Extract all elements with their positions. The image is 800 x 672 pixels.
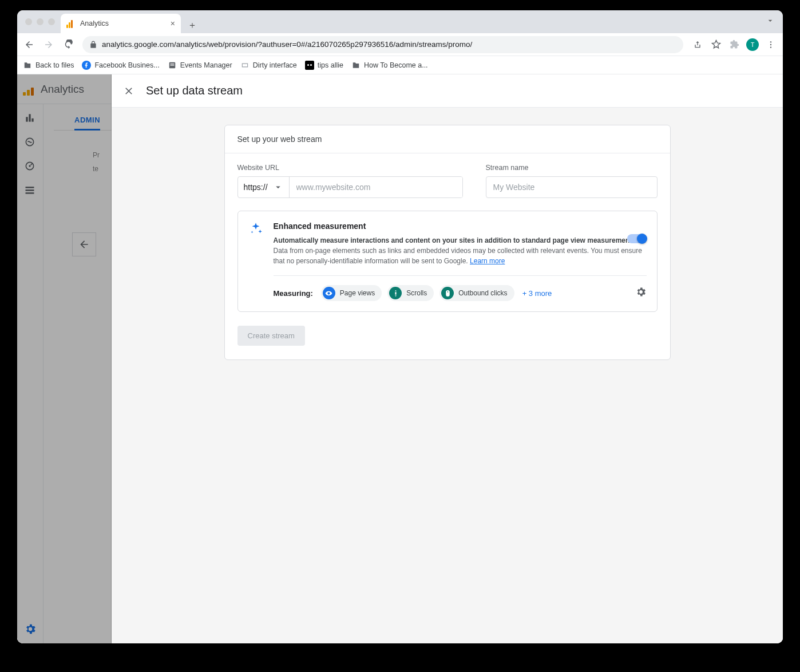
rail-admin-gear-icon[interactable] [24,623,37,635]
svg-point-11 [29,165,30,167]
chip-label: Scrolls [406,289,427,297]
bookmark-item[interactable]: Facebook Busines... [82,61,159,70]
bookmark-label: Events Manager [180,61,232,69]
bookmark-star[interactable] [707,36,724,53]
chip-outbound: Outbound clicks [439,285,514,301]
sparkle-icon [248,222,264,301]
zoom-window[interactable] [48,18,55,25]
svg-rect-4 [170,64,174,64]
rail-reports-icon[interactable] [24,112,37,125]
card-title: Set up your web stream [225,125,670,153]
bookmark-item[interactable]: Events Manager [168,61,232,70]
bookmark-label: Dirty interface [253,61,297,69]
bookmark-label: Back to files [35,61,74,69]
measurement-settings-gear-icon[interactable] [635,286,647,300]
enhanced-title: Enhanced measurement [274,222,647,231]
rail-realtime-icon[interactable] [24,136,37,149]
svg-rect-8 [31,118,33,122]
protocol-value: https:// [244,183,268,192]
enhanced-description: Automatically measure interactions and c… [274,235,647,266]
data-stream-dialog: Set up data stream Set up your web strea… [112,74,783,643]
analytics-logo [23,83,34,96]
url-text: analytics.google.com/analytics/web/provi… [102,40,472,49]
titlebar: Analytics × ＋ [17,10,783,33]
back-button[interactable] [21,36,38,53]
left-rail [17,104,43,643]
url-label: Website URL [237,164,463,172]
enhanced-toggle[interactable] [627,234,647,243]
more-measurements-link[interactable]: + 3 more [522,289,552,298]
analytics-favicon [66,19,76,28]
bookmarks-bar: Back to files Facebook Busines... Events… [17,56,783,74]
chip-label: Page views [340,289,375,297]
tab-title: Analytics [80,19,109,27]
back-square-button[interactable] [72,232,96,256]
browser-tab[interactable]: Analytics × [61,14,181,33]
stream-card: Set up your web stream Website URL https… [224,125,671,360]
website-url-field: Website URL https:// [237,164,463,198]
eye-icon [323,287,335,299]
measuring-label: Measuring: [274,289,313,298]
chip-label: Outbound clicks [458,289,507,297]
admin-tab[interactable]: ADMIN [74,111,100,131]
svg-rect-5 [170,65,174,65]
stream-name-label: Stream name [486,164,658,172]
forward-button[interactable] [40,36,57,53]
dialog-body: Set up your web stream Website URL https… [112,108,783,643]
svg-rect-12 [25,187,34,188]
svg-point-1 [770,44,771,45]
svg-rect-14 [25,192,34,194]
lock-icon [89,41,97,49]
mouse-icon [441,287,454,299]
address-bar[interactable]: analytics.google.com/analytics/web/provi… [82,36,683,53]
app-area: Analytics ADMIN Pr te Set up data stre [17,74,783,643]
svg-rect-7 [29,114,30,121]
chrome-menu[interactable] [762,36,779,53]
stream-name-input[interactable] [486,176,658,198]
bookmark-item[interactable]: Dirty interface [240,61,297,70]
reload-button[interactable] [60,36,77,53]
chip-page-views: Page views [321,285,382,301]
svg-rect-6 [26,117,27,121]
minimize-window[interactable] [37,18,43,25]
browser-window: Analytics × ＋ analytics.google.com/analy… [17,10,783,643]
enhanced-desc-bold: Automatically measure interactions and c… [274,236,634,244]
enhanced-desc-rest: Data from on-page elements such as links… [274,247,642,265]
toggle-knob [637,234,647,244]
protocol-dropdown[interactable]: https:// [238,177,290,197]
rail-explore-icon[interactable] [24,160,37,173]
bookmark-label: How To Become a... [364,61,428,69]
enhanced-measurement-box: Enhanced measurement Automatically measu… [237,211,658,312]
bookmark-label: tips allie [318,61,343,69]
close-window[interactable] [25,18,32,25]
bookmark-item[interactable]: Back to files [23,61,74,70]
create-stream-button[interactable]: Create stream [237,326,305,346]
chevron-down-icon [273,182,283,192]
learn-more-link[interactable]: Learn more [470,257,505,265]
app-name: Analytics [41,83,84,96]
tabstrip-menu[interactable] [766,16,778,27]
tab-close[interactable]: × [171,19,175,28]
url-input[interactable] [290,177,462,197]
rail-config-icon[interactable] [24,184,37,197]
svg-rect-13 [25,189,34,191]
svg-point-0 [770,41,771,42]
divider [274,275,647,276]
bookmark-item[interactable]: How To Become a... [351,61,428,70]
nav-toolbar: analytics.google.com/analytics/web/provi… [17,33,783,56]
avatar: T [746,38,759,51]
dialog-close-icon[interactable] [123,85,134,97]
bookmark-label: Facebook Busines... [94,61,159,69]
dialog-header: Set up data stream [112,74,783,108]
stream-name-field: Stream name [486,164,658,198]
bookmark-item[interactable]: tips allie [305,61,343,70]
share-button[interactable] [689,36,706,53]
measuring-row: Measuring: Page views Scrolls [274,285,647,301]
chip-scrolls: Scrolls [387,285,434,301]
scroll-icon [389,287,402,299]
new-tab-button[interactable]: ＋ [184,17,200,33]
profile-button[interactable]: T [744,36,761,53]
dialog-title: Set up data stream [146,84,243,97]
extensions-button[interactable] [726,36,743,53]
traffic-lights [22,18,58,25]
